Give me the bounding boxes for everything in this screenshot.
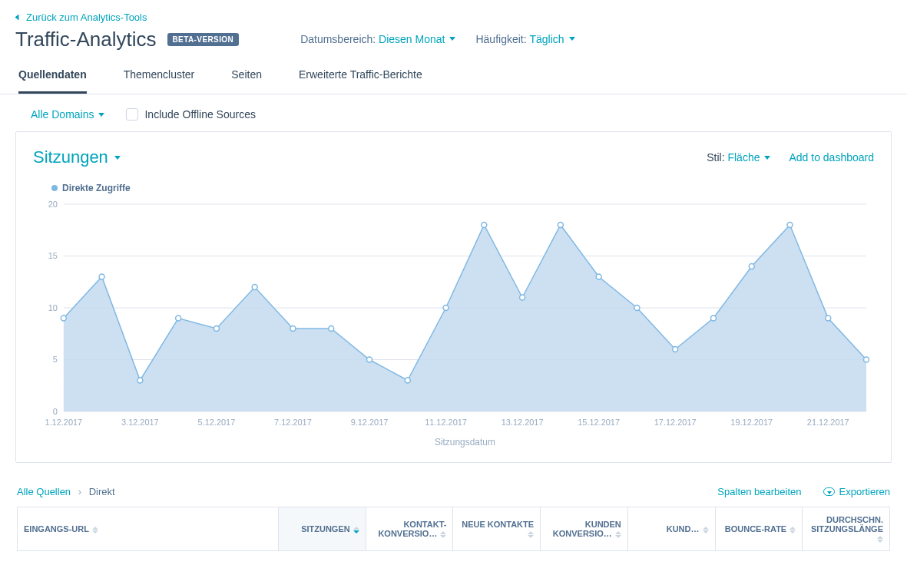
svg-point-15 <box>252 285 257 290</box>
column-label: EINGANGS-URL <box>24 524 89 533</box>
include-offline-label: Include Offline Sources <box>144 108 256 121</box>
beta-badge: BETA-VERSION <box>167 33 240 46</box>
chevron-down-icon <box>114 156 121 160</box>
metric-dropdown[interactable]: Sitzungen <box>33 147 121 167</box>
frequency-label: Häufigkeit: <box>475 33 526 45</box>
svg-text:15.12.2017: 15.12.2017 <box>578 418 620 427</box>
column-header[interactable]: BOUNCE-RATE <box>715 507 803 551</box>
svg-point-23 <box>558 223 563 228</box>
data-table: EINGANGS-URLSITZUNGENKONTAKT-KONVERSIO…N… <box>17 507 890 551</box>
svg-text:Sitzungsdatum: Sitzungsdatum <box>435 437 495 448</box>
date-range-value: Diesen Monat <box>379 33 445 45</box>
page-title: Traffic-Analytics <box>15 28 157 51</box>
export-link[interactable]: Exportieren <box>823 486 890 497</box>
svg-text:17.12.2017: 17.12.2017 <box>654 418 697 427</box>
svg-point-12 <box>137 378 143 383</box>
svg-text:19.12.2017: 19.12.2017 <box>730 418 773 427</box>
svg-point-11 <box>99 274 104 279</box>
column-header[interactable]: NEUE KONTAKTE <box>453 507 541 551</box>
cloud-download-icon <box>823 487 835 496</box>
svg-text:0: 0 <box>53 407 58 416</box>
column-label: KONTAKT-KONVERSIO… <box>378 520 446 538</box>
sort-icon <box>789 527 796 533</box>
svg-point-29 <box>787 223 793 228</box>
sort-icon <box>353 527 359 533</box>
sort-icon <box>92 527 98 533</box>
style-label: Stil: <box>707 151 724 164</box>
style-value: Fläche <box>727 151 760 164</box>
frequency-value: Täglich <box>530 33 564 45</box>
chevron-down-icon <box>98 113 104 117</box>
svg-text:20: 20 <box>48 200 58 209</box>
style-dropdown[interactable]: Fläche <box>727 151 770 164</box>
chevron-down-icon <box>569 37 575 41</box>
column-label: SITZUNGEN <box>301 524 350 533</box>
svg-text:21.12.2017: 21.12.2017 <box>807 418 849 427</box>
chevron-down-icon <box>449 37 455 41</box>
date-range-label: Datumsbereich: <box>300 33 376 45</box>
tab-quellendaten[interactable]: Quellendaten <box>18 68 87 94</box>
export-label: Exportieren <box>839 486 890 497</box>
column-header[interactable]: KUNDEN KONVERSIO… <box>541 507 628 551</box>
date-range-dropdown[interactable]: Diesen Monat <box>379 33 455 45</box>
sort-icon <box>615 531 621 538</box>
svg-text:10: 10 <box>48 303 58 312</box>
tab-erweiterte-traffic-berichte[interactable]: Erweiterte Traffic-Berichte <box>299 68 422 94</box>
svg-point-16 <box>290 326 296 332</box>
svg-text:11.12.2017: 11.12.2017 <box>425 418 467 427</box>
breadcrumb-current: Direkt <box>89 486 115 497</box>
sort-icon <box>440 531 446 538</box>
svg-text:9.12.2017: 9.12.2017 <box>351 418 389 427</box>
svg-text:7.12.2017: 7.12.2017 <box>274 418 312 427</box>
svg-point-25 <box>634 306 640 311</box>
svg-point-20 <box>443 306 449 311</box>
column-label: DURCHSCHN. SITZUNGSLÄNGE <box>811 515 883 533</box>
svg-text:3.12.2017: 3.12.2017 <box>121 418 159 427</box>
svg-point-22 <box>520 295 525 300</box>
domains-value: Alle Domains <box>31 108 94 121</box>
column-header[interactable]: EINGANGS-URL <box>18 507 279 551</box>
legend-dot-icon <box>51 185 58 191</box>
metric-label: Sitzungen <box>33 147 108 167</box>
column-label: BOUNCE-RATE <box>725 524 786 533</box>
include-offline-toggle[interactable]: Include Offline Sources <box>126 108 256 121</box>
sort-icon <box>703 527 709 533</box>
column-label: NEUE KONTAKTE <box>462 520 534 529</box>
checkbox-icon <box>126 108 138 121</box>
svg-point-26 <box>673 347 678 352</box>
frequency-dropdown[interactable]: Täglich <box>530 33 575 45</box>
sort-icon <box>877 536 883 543</box>
column-header[interactable]: DURCHSCHN. SITZUNGSLÄNGE <box>803 507 890 551</box>
svg-point-18 <box>367 357 372 362</box>
svg-text:5.12.2017: 5.12.2017 <box>198 418 236 427</box>
domains-dropdown[interactable]: Alle Domains <box>31 108 104 121</box>
edit-columns-link[interactable]: Spalten bearbeiten <box>717 486 801 497</box>
column-header[interactable]: SITZUNGEN <box>279 507 366 551</box>
tab-bar: QuellendatenThemenclusterSeitenErweitert… <box>0 55 907 94</box>
svg-point-14 <box>214 326 219 332</box>
svg-text:13.12.2017: 13.12.2017 <box>501 418 544 427</box>
sessions-chart: 051015201.12.20173.12.20175.12.20177.12.… <box>33 197 874 450</box>
back-link-label: Zurück zum Analytics-Tools <box>26 12 147 23</box>
svg-point-10 <box>61 315 66 321</box>
svg-point-31 <box>864 357 869 362</box>
chart-card: Sitzungen Stil: Fläche Add to dashboard … <box>15 131 892 463</box>
breadcrumb-root[interactable]: Alle Quellen <box>17 486 71 497</box>
breadcrumb: Alle Quellen › Direkt <box>17 486 115 497</box>
svg-text:15: 15 <box>48 251 58 260</box>
svg-text:1.12.2017: 1.12.2017 <box>45 418 82 427</box>
tab-themencluster[interactable]: Themencluster <box>124 68 195 94</box>
svg-point-17 <box>329 326 334 332</box>
legend-label: Direkte Zugriffe <box>62 183 131 193</box>
column-label: KUND… <box>667 524 700 533</box>
column-header[interactable]: KUND… <box>627 507 715 551</box>
svg-point-30 <box>826 315 831 321</box>
back-link[interactable]: Zurück zum Analytics-Tools <box>15 12 147 23</box>
chevron-left-icon <box>13 15 25 21</box>
tab-seiten[interactable]: Seiten <box>231 68 262 94</box>
svg-point-27 <box>710 315 716 321</box>
column-header[interactable]: KONTAKT-KONVERSIO… <box>366 507 453 551</box>
chevron-right-icon: › <box>78 486 81 497</box>
svg-point-19 <box>405 378 410 383</box>
add-to-dashboard-link[interactable]: Add to dashboard <box>789 151 874 164</box>
